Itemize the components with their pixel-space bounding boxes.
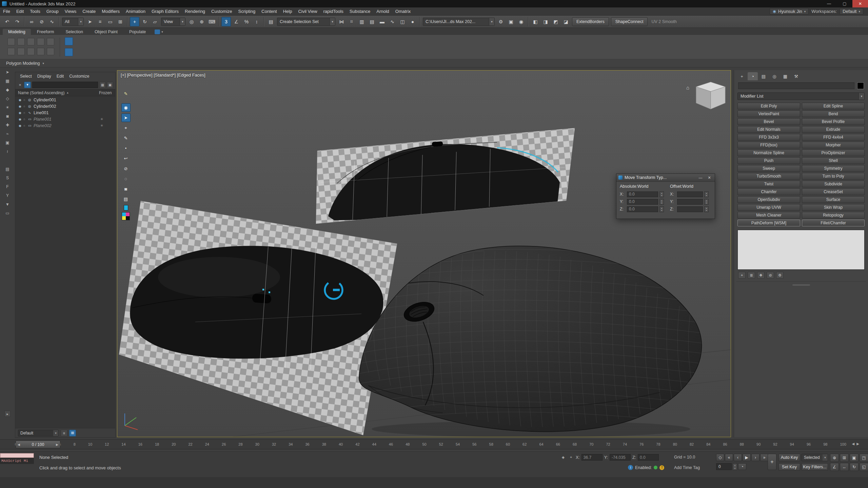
ribbon-config-icon[interactable] bbox=[155, 29, 160, 34]
frame-tick[interactable]: 60 bbox=[506, 442, 510, 446]
modifier-button-creaseset[interactable]: CreaseSet bbox=[802, 188, 865, 195]
edit-named-selection-sets-icon[interactable]: ▤ bbox=[266, 17, 276, 26]
modifier-button-normalize-spline[interactable]: Normalize Spline bbox=[737, 149, 800, 156]
frame-spinner[interactable]: ▴▾ bbox=[733, 463, 737, 470]
select-object-icon[interactable]: ➤ bbox=[85, 17, 95, 26]
tab-modify[interactable]: ◔ bbox=[748, 72, 758, 80]
render-toggle-icon[interactable]: ○ bbox=[23, 98, 28, 102]
modifier-stack[interactable] bbox=[737, 230, 865, 270]
list-item[interactable]: ◉○▭Plane002✳ bbox=[15, 122, 115, 129]
modifier-button-vertexpaint[interactable]: VertexPaint bbox=[737, 110, 800, 117]
dialog-minimize-button[interactable]: — bbox=[697, 175, 704, 181]
go-to-start-icon[interactable]: « bbox=[725, 454, 733, 461]
selection-filter-dropdown[interactable]: All▾ bbox=[62, 18, 84, 26]
absolute-x-field[interactable]: 0.0 bbox=[627, 191, 658, 197]
menu-substance[interactable]: Substance bbox=[347, 7, 373, 15]
render-toggle-icon[interactable]: ○ bbox=[23, 118, 28, 121]
x-spinner[interactable]: ▴▾ bbox=[704, 191, 709, 197]
frame-tick[interactable]: 90 bbox=[756, 442, 761, 446]
expand-arrow[interactable]: ▸ bbox=[4, 411, 11, 417]
keyboard-override-icon[interactable]: ⌨ bbox=[207, 17, 217, 26]
modifier-button-shell[interactable]: Shell bbox=[802, 157, 865, 164]
use-pivot-point-icon[interactable]: ◎ bbox=[187, 17, 196, 26]
menu-rendering[interactable]: Rendering bbox=[182, 7, 208, 15]
project-path-combo[interactable]: C:\Users\JI...ds Max 202...▾ bbox=[423, 18, 495, 26]
menu-omatrix[interactable]: Omatrix bbox=[392, 7, 414, 15]
frame-tick[interactable]: 54 bbox=[456, 442, 460, 446]
tab-modeling[interactable]: Modeling bbox=[3, 29, 31, 35]
modifier-button-edit-poly[interactable]: Edit Poly bbox=[737, 103, 800, 109]
sort-filter-icon[interactable]: ▼ bbox=[3, 201, 12, 208]
display-geometry-icon[interactable]: ◆ bbox=[3, 86, 12, 94]
pick-parent-icon[interactable]: ▣ bbox=[107, 82, 113, 88]
modifier-button-subdivide[interactable]: Subdivide bbox=[802, 181, 865, 187]
frame-tick[interactable]: 68 bbox=[573, 442, 577, 446]
select-by-name-icon[interactable]: ≡ bbox=[95, 17, 105, 26]
pencil-icon[interactable]: ✎ bbox=[121, 134, 131, 142]
ribbon-blue-tool-1[interactable] bbox=[65, 37, 73, 45]
marker-pen-icon[interactable]: ✎ bbox=[121, 89, 131, 98]
toggle-ribbon-icon[interactable]: ▬ bbox=[377, 17, 387, 26]
zoom-extents-all-icon[interactable]: ◳ bbox=[860, 454, 868, 462]
modifier-button-bevel-profile[interactable]: Bevel Profile bbox=[802, 118, 865, 125]
minimize-button[interactable]: — bbox=[821, 0, 837, 7]
maxscript-mini-listener[interactable]: MAXScript Mi bbox=[0, 453, 34, 464]
s-toggle-icon[interactable]: S bbox=[3, 174, 12, 182]
angle-snap-icon[interactable]: ∠ bbox=[232, 17, 241, 26]
frame-tick[interactable]: 24 bbox=[205, 442, 209, 446]
display-helpers-icon[interactable]: ✚ bbox=[3, 121, 12, 129]
y-coord-field[interactable]: -74.035 bbox=[610, 454, 631, 461]
container-icon[interactable]: ▭ bbox=[3, 209, 12, 217]
key-mode-toggle-icon[interactable]: ◇ bbox=[716, 454, 724, 461]
tab-hierarchy[interactable]: ▤ bbox=[758, 72, 769, 80]
frame-tick[interactable]: 78 bbox=[656, 442, 660, 446]
list-item[interactable]: ◉○◎Cylinder001 bbox=[15, 97, 115, 103]
redo-icon[interactable]: ↷ bbox=[13, 17, 22, 26]
frame-tick[interactable]: 88 bbox=[740, 442, 744, 446]
select-and-move-icon[interactable]: + bbox=[130, 17, 139, 26]
layer-toggle-icon[interactable]: ▤ bbox=[3, 165, 12, 173]
modifier-button-turn-to-poly[interactable]: Turn to Poly bbox=[802, 173, 865, 180]
spinner-snap-icon[interactable]: ↕ bbox=[252, 17, 261, 26]
tab-populate[interactable]: Populate bbox=[124, 29, 151, 35]
undo-icon[interactable]: ↶ bbox=[2, 17, 12, 26]
listener-macro-pane[interactable] bbox=[0, 453, 34, 458]
menu-customize[interactable]: Customize bbox=[208, 7, 235, 15]
modifier-button-ffd-3x3x3[interactable]: FFD 3x3x3 bbox=[737, 134, 800, 141]
ribbon-tool-1[interactable] bbox=[7, 38, 15, 45]
maximize-viewport-icon[interactable]: ◱ bbox=[860, 463, 868, 471]
configure-modifier-sets-icon[interactable]: ⚙ bbox=[776, 272, 784, 279]
close-button[interactable]: ✕ bbox=[852, 0, 868, 7]
zoom-icon[interactable]: ⊕ bbox=[830, 454, 839, 462]
schematic-view-icon[interactable]: ◫ bbox=[398, 17, 407, 26]
menu-content[interactable]: Content bbox=[258, 7, 280, 15]
frame-tick[interactable]: 36 bbox=[305, 442, 309, 446]
z-spinner[interactable]: ▴▾ bbox=[704, 206, 709, 212]
next-frame-arrow[interactable]: ▶ bbox=[56, 443, 58, 446]
frame-tick[interactable]: 42 bbox=[355, 442, 359, 446]
reference-coordinate-dropdown[interactable]: View▾ bbox=[161, 18, 185, 26]
explorer-menu-select[interactable]: Select bbox=[17, 74, 35, 79]
macro-icon-2[interactable]: ◨ bbox=[541, 17, 550, 26]
modifier-button-fillet-chamfer[interactable]: Fillet/Chamfer bbox=[802, 220, 865, 226]
ribbon-tool-3[interactable] bbox=[27, 38, 35, 45]
play-button[interactable]: ▶ bbox=[743, 454, 751, 461]
menu-edit[interactable]: Edit bbox=[13, 7, 27, 15]
menu-create[interactable]: Create bbox=[79, 7, 99, 15]
color-swatch-cmyk[interactable] bbox=[122, 212, 130, 220]
explorer-menu-edit[interactable]: Edit bbox=[54, 74, 67, 79]
frame-tick[interactable]: 96 bbox=[807, 442, 811, 446]
absolute-z-field[interactable]: 0.0 bbox=[627, 206, 658, 212]
set-key-button[interactable]: Set Key bbox=[778, 463, 800, 471]
camera-icon[interactable]: ◙ bbox=[121, 185, 131, 193]
maximize-button[interactable]: ▢ bbox=[837, 0, 852, 7]
filter-icon[interactable]: ▼ bbox=[24, 82, 31, 88]
modifier-button-retopology[interactable]: Retopology bbox=[802, 212, 865, 219]
bind-to-spacewarp-icon[interactable]: ∿ bbox=[47, 17, 57, 26]
current-frame-field[interactable]: 0 bbox=[716, 463, 732, 470]
render-toggle-icon[interactable]: ○ bbox=[23, 111, 28, 115]
panel-resize-handle[interactable] bbox=[792, 284, 810, 286]
tab-display[interactable]: ▦ bbox=[780, 72, 790, 80]
explorer-preset-dropdown[interactable]: Default ▾ bbox=[18, 430, 59, 436]
tab-freeform[interactable]: Freeform bbox=[32, 29, 60, 35]
